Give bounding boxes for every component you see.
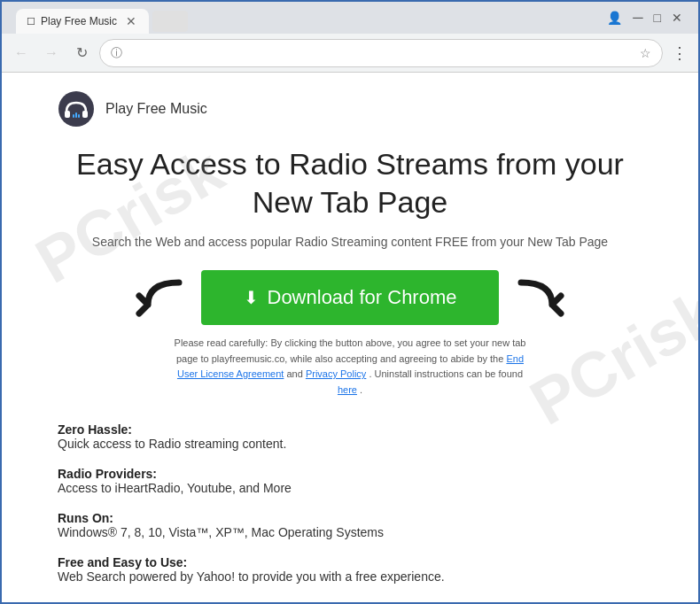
download-button-label: Download for Chrome	[268, 286, 457, 309]
feature-item-3: Runs On: Windows® 7, 8, 10, Vista™, XP™,…	[58, 511, 642, 539]
disclaimer-and: and	[286, 368, 305, 379]
content-wrapper: PCrisk PCrisk Play Fr	[2, 73, 698, 602]
tab-area: ☐ Play Free Music ✕	[9, 2, 188, 34]
svg-rect-3	[73, 114, 74, 118]
bookmark-icon[interactable]: ☆	[640, 46, 651, 60]
page-content: PCrisk PCrisk Play Fr	[2, 73, 698, 602]
feature-title-2: Radio Providers:	[58, 467, 642, 481]
hero-subtitle: Search the Web and access popular Radio …	[58, 235, 642, 249]
feature-desc-2: Access to iHeartRadio, Youtube, and More	[58, 481, 642, 495]
tab-close-button[interactable]: ✕	[124, 14, 138, 28]
minimize-button[interactable]: ─	[633, 10, 642, 26]
svg-rect-2	[82, 111, 88, 118]
download-icon: ⬇	[244, 287, 259, 308]
arrow-left	[121, 274, 183, 322]
here-link[interactable]: here	[338, 384, 357, 395]
svg-rect-4	[75, 112, 77, 118]
navigation-bar: ← → ↻ ⓘ ☆ ⋮	[2, 34, 698, 73]
maximize-button[interactable]: □	[654, 11, 661, 25]
arrow-right	[517, 274, 579, 322]
close-button[interactable]: ✕	[672, 11, 682, 25]
download-button[interactable]: ⬇ Download for Chrome	[201, 270, 500, 325]
feature-title-4: Free and Easy to Use:	[58, 555, 642, 569]
disclaimer-after: . Uninstall instructions can be found	[369, 368, 523, 379]
title-bar: ☐ Play Free Music ✕ 👤 ─ □ ✕	[2, 2, 698, 34]
feature-title-3: Runs On:	[58, 511, 642, 525]
svg-rect-1	[65, 111, 70, 118]
site-header: Play Free Music	[58, 90, 642, 128]
svg-point-0	[58, 91, 94, 127]
page-inner: Play Free Music Easy Access to Radio Str…	[22, 73, 678, 602]
forward-button[interactable]: →	[39, 41, 64, 66]
feature-desc-1: Quick access to Radio streaming content.	[58, 437, 642, 451]
disclaimer-end: .	[360, 384, 362, 395]
security-icon: ⓘ	[111, 45, 122, 61]
address-bar[interactable]: ⓘ ☆	[99, 39, 663, 67]
active-tab[interactable]: ☐ Play Free Music ✕	[16, 9, 149, 34]
browser-frame: ☐ Play Free Music ✕ 👤 ─ □ ✕ ← → ↻ ⓘ ☆ ⋮ …	[2, 2, 698, 602]
url-input[interactable]	[128, 46, 634, 59]
feature-item-2: Radio Providers: Access to iHeartRadio, …	[58, 467, 642, 495]
refresh-button[interactable]: ↻	[69, 41, 94, 66]
feature-desc-3: Windows® 7, 8, 10, Vista™, XP™, Mac Oper…	[58, 525, 642, 539]
window-controls: 👤 ─ □ ✕	[607, 10, 691, 26]
back-button[interactable]: ←	[9, 41, 34, 66]
disclaimer-main: Please read carefully: By clicking the b…	[175, 337, 526, 364]
svg-rect-5	[78, 114, 80, 118]
new-tab-placeholder	[152, 11, 188, 32]
feature-title-1: Zero Hassle:	[58, 422, 642, 437]
feature-desc-4: Web Search powered by Yahoo! to provide …	[58, 569, 642, 584]
site-name: Play Free Music	[105, 101, 207, 117]
account-icon[interactable]: 👤	[607, 11, 622, 25]
site-logo-icon	[58, 90, 95, 128]
features-section: Zero Hassle: Quick access to Radio strea…	[58, 422, 642, 584]
privacy-link[interactable]: Privacy Policy	[306, 368, 366, 379]
disclaimer-text: Please read carefully: By clicking the b…	[173, 336, 527, 398]
tab-favicon: ☐	[27, 16, 35, 27]
download-section: ⬇ Download for Chrome	[58, 270, 642, 325]
tab-title: Play Free Music	[41, 15, 117, 27]
feature-item-1: Zero Hassle: Quick access to Radio strea…	[58, 422, 642, 451]
browser-menu-button[interactable]: ⋮	[668, 40, 691, 66]
hero-title: Easy Access to Radio Streams from your N…	[58, 145, 642, 221]
feature-item-4: Free and Easy to Use: Web Search powered…	[58, 555, 642, 584]
